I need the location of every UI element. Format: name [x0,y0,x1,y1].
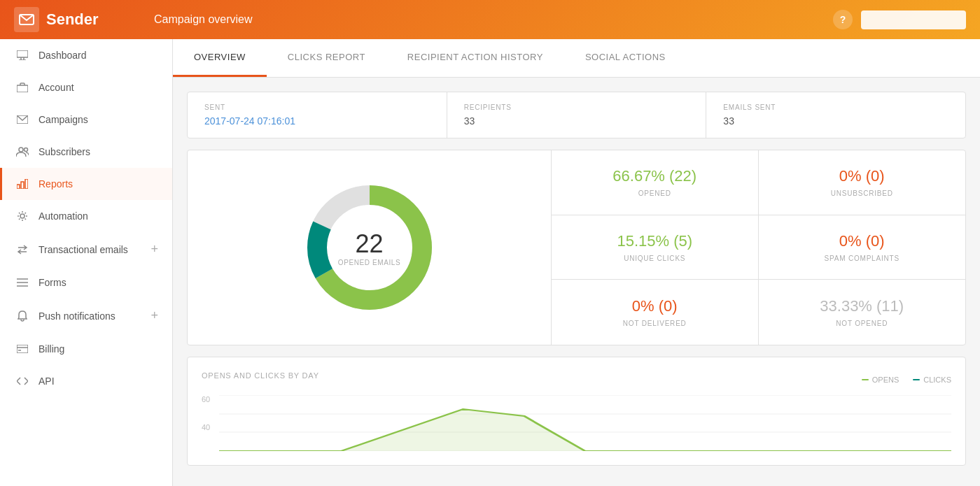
sidebar-item-billing[interactable]: Billing [0,333,172,365]
metrics-grid: 66.67% (22) OPENED 0% (0) UNSUBSCRIBED 1… [552,150,965,345]
metric-opened: 66.67% (22) OPENED [552,150,759,215]
main-layout: Dashboard Account Campaigns [0,39,980,486]
sent-stat: SENT 2017-07-24 07:16:01 [188,92,447,138]
sidebar-item-label: Automation [38,210,158,222]
svg-rect-1 [17,50,28,57]
metric-label-unsubscribed: UNSUBSCRIBED [831,190,893,197]
arrows-icon [16,243,29,256]
tab-recipient-action-history[interactable]: RECIPIENT ACTION HISTORY [386,39,564,77]
sidebar-item-label: Campaigns [38,114,158,125]
emails-sent-label: EMAILS SENT [723,103,948,111]
metric-label-opened: OPENED [638,190,671,197]
svg-point-12 [20,214,24,218]
gear-icon [16,210,29,222]
metric-value-unique-clicks: 15.15% (5) [617,232,692,250]
chart-icon [16,178,29,190]
list-icon [16,276,29,289]
sidebar-item-dashboard[interactable]: Dashboard [0,39,172,71]
svg-rect-5 [17,85,28,92]
sidebar-item-push-notifications[interactable]: Push notifications + [0,299,172,333]
clicks-dot [913,379,920,380]
legend-clicks: CLICKS [913,376,951,384]
sidebar-item-label: Push notifications [38,310,141,322]
plus-icon[interactable]: + [150,308,158,323]
metric-value-opened: 66.67% (22) [612,167,696,185]
tab-overview[interactable]: OVERVIEW [173,39,267,77]
sidebar-item-label: Transactional emails [38,244,141,255]
donut-chart: 22 OPENED EMAILS [300,178,440,317]
metric-label-spam-complaints: SPAM COMPLAINTS [825,255,899,262]
sidebar-item-automation[interactable]: Automation [0,200,172,232]
sidebar-item-forms[interactable]: Forms [0,266,172,299]
svg-rect-9 [17,185,20,189]
legend-opens: OPENS [862,376,899,384]
chart-title: OPENS AND CLICKS BY DAY [202,371,319,380]
donut-label: OPENED EMAILS [338,259,401,266]
people-icon [16,145,29,158]
logo-text: Sender [46,10,99,29]
sidebar-item-account[interactable]: Account [0,71,172,103]
search-input[interactable] [861,10,966,29]
sidebar-item-label: Subscribers [38,146,158,157]
card-icon [16,343,29,355]
content-area: SENT 2017-07-24 07:16:01 RECIPIENTS 33 E… [173,78,980,480]
sidebar-item-label: Dashboard [38,50,158,61]
y-label-60: 60 [202,395,210,403]
metric-not-opened: 33.33% (11) NOT OPENED [759,280,966,345]
svg-point-8 [24,148,28,152]
opens-dot [862,379,869,380]
sidebar-item-api[interactable]: API [0,365,172,397]
metric-value-not-opened: 33.33% (11) [820,297,904,315]
donut-number: 22 [338,229,401,259]
metric-label-not-delivered: NOT DELIVERED [623,320,687,327]
stats-bar: SENT 2017-07-24 07:16:01 RECIPIENTS 33 E… [187,92,966,138]
metric-label-not-opened: NOT OPENED [836,320,888,327]
logo-icon [14,7,39,32]
recipients-value: 33 [464,115,690,127]
recipients-label: RECIPIENTS [464,103,690,111]
metric-unique-clicks: 15.15% (5) UNIQUE CLICKS [552,215,759,280]
chart-area: 60 40 [202,395,951,451]
briefcase-icon [16,81,29,94]
plus-icon[interactable]: + [150,242,158,257]
donut-section: 22 OPENED EMAILS [188,150,552,345]
chart-panel: OPENS AND CLICKS BY DAY OPENS CLICKS [187,357,966,466]
chart-legend: OPENS CLICKS [862,376,951,384]
sent-label: SENT [204,103,430,111]
metric-label-unique-clicks: UNIQUE CLICKS [624,255,685,262]
sidebar-item-subscribers[interactable]: Subscribers [0,136,172,168]
sent-value: 2017-07-24 07:16:01 [204,115,430,127]
sidebar-item-label: Reports [38,178,158,190]
tab-social-actions[interactable]: SOCIAL ACTIONS [564,39,687,77]
metric-unsubscribed: 0% (0) UNSUBSCRIBED [759,150,966,215]
legend-clicks-label: CLICKS [923,376,951,384]
svg-rect-10 [21,182,24,189]
help-button[interactable]: ? [833,10,853,29]
y-label-40: 40 [202,423,210,431]
sidebar-item-label: Account [38,82,158,93]
main-content: OVERVIEW CLICKS REPORT RECIPIENT ACTION … [173,39,980,486]
svg-rect-11 [25,179,28,189]
monitor-icon [16,49,29,62]
tab-clicks-report[interactable]: CLICKS REPORT [267,39,386,77]
code-icon [16,375,29,387]
svg-point-7 [19,148,23,152]
legend-opens-label: OPENS [872,376,899,384]
sidebar: Dashboard Account Campaigns [0,39,173,486]
bell-icon [16,310,29,322]
sidebar-item-label: API [38,376,158,387]
tabs-bar: OVERVIEW CLICKS REPORT RECIPIENT ACTION … [173,39,980,78]
envelope-icon [16,113,29,126]
sidebar-item-transactional-emails[interactable]: Transactional emails + [0,232,172,266]
recipients-stat: RECIPIENTS 33 [447,92,707,138]
header-actions: ? [833,10,966,29]
metric-not-delivered: 0% (0) NOT DELIVERED [552,280,759,345]
sidebar-item-reports[interactable]: Reports [0,168,172,200]
svg-marker-26 [219,409,951,451]
metric-value-unsubscribed: 0% (0) [839,167,885,185]
metric-value-not-delivered: 0% (0) [632,297,678,315]
page-title: Campaign overview [154,13,833,26]
sidebar-item-campaigns[interactable]: Campaigns [0,103,172,136]
metrics-panel: 22 OPENED EMAILS 66.67% (22) OPENED 0% (… [187,150,966,345]
sidebar-item-label: Forms [38,277,158,288]
